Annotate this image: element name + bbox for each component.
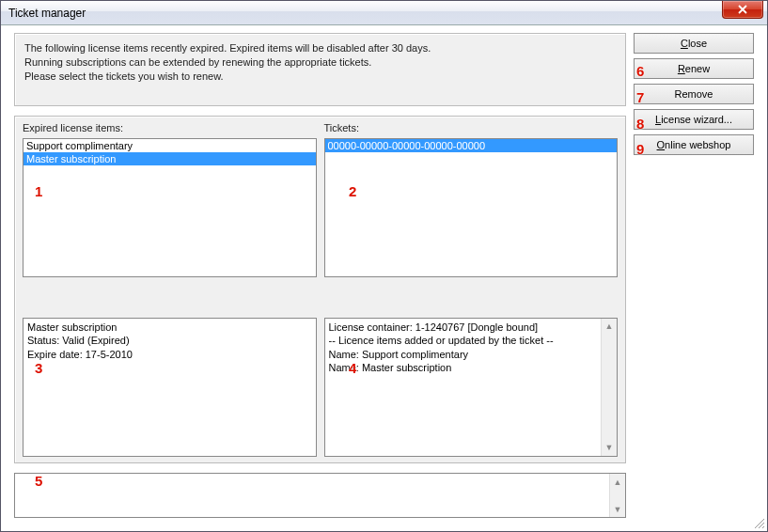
scroll-up-icon[interactable]: ▲ xyxy=(610,474,625,490)
titlebar[interactable]: Ticket manager xyxy=(1,1,767,25)
detail-line: Expire date: 17-5-2010 xyxy=(27,348,312,361)
expired-items-label: Expired license items: xyxy=(23,122,317,136)
resize-grip-icon[interactable] xyxy=(752,516,765,529)
window-title: Ticket manager xyxy=(8,7,86,20)
renew-button[interactable]: Renew xyxy=(634,58,754,79)
close-icon xyxy=(737,5,748,14)
tickets-label: Tickets: xyxy=(324,122,619,136)
list-item[interactable]: 00000-00000-00000-00000-00000 xyxy=(325,139,618,152)
left-column: Expired license items: Support complimen… xyxy=(23,122,317,457)
info-line: The following license items recently exp… xyxy=(24,41,616,55)
detail-line: Master subscription xyxy=(27,321,312,334)
scroll-down-icon[interactable]: ▼ xyxy=(602,440,617,456)
scroll-up-icon[interactable]: ▲ xyxy=(602,319,617,335)
info-line: Please select the tickets you wish to re… xyxy=(24,70,616,84)
close-button[interactable]: Close xyxy=(634,33,754,54)
item-detail-textbox[interactable]: Master subscription Status: Valid (Expir… xyxy=(23,318,317,457)
online-webshop-button[interactable]: Online webshop xyxy=(634,134,754,155)
main-panel: Expired license items: Support complimen… xyxy=(14,116,626,463)
list-item[interactable]: Support complimentary xyxy=(24,139,316,152)
detail-line: Name: Support complimentary xyxy=(329,348,614,361)
detail-line: Status: Valid (Expired) xyxy=(27,334,312,347)
expired-items-listbox[interactable]: Support complimentaryMaster subscription xyxy=(23,138,317,277)
detail-line: License container: 1-1240767 [Dongle bou… xyxy=(329,321,614,334)
right-column: Tickets: 00000-00000-00000-00000-00000 L… xyxy=(324,122,619,457)
license-wizard-button[interactable]: License wizard... xyxy=(634,109,754,130)
detail-line: -- Licence items added or updated by the… xyxy=(329,334,614,347)
ticket-detail-textbox[interactable]: License container: 1-1240767 [Dongle bou… xyxy=(324,318,619,457)
window-close-button[interactable] xyxy=(722,1,763,19)
list-item[interactable]: Master subscription xyxy=(24,152,316,165)
detail-line: Name: Master subscription xyxy=(329,361,614,374)
right-button-group: Close Renew Remove License wizard... Onl… xyxy=(634,33,754,155)
scrollbar[interactable]: ▲ ▼ xyxy=(609,474,625,517)
scrollbar[interactable]: ▲ ▼ xyxy=(601,319,617,456)
tickets-listbox[interactable]: 00000-00000-00000-00000-00000 xyxy=(324,138,619,277)
info-line: Running subscriptions can be extended by… xyxy=(24,55,616,70)
remove-button[interactable]: Remove xyxy=(634,84,754,104)
content-area: The following license items recently exp… xyxy=(1,25,767,531)
log-textbox[interactable]: ▲ ▼ xyxy=(14,473,626,518)
scroll-down-icon[interactable]: ▼ xyxy=(610,501,625,517)
info-panel: The following license items recently exp… xyxy=(14,33,626,106)
